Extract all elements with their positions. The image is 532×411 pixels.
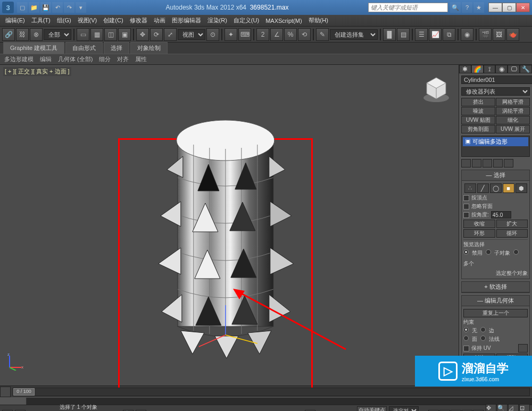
menu-help[interactable]: 帮助(H) <box>305 15 331 26</box>
link-icon[interactable]: 🔗 <box>2 28 15 41</box>
ribbon-tab-freeform[interactable]: 自由形式 <box>65 42 103 54</box>
infocenter-help-icon[interactable]: ? <box>462 2 472 13</box>
ribbon-tab-selection[interactable]: 选择 <box>104 42 129 54</box>
chk-by-angle[interactable] <box>463 212 469 218</box>
time-thumb[interactable]: 0 / 100 <box>13 388 35 396</box>
chk-by-vertex[interactable] <box>463 195 469 201</box>
key-target-dropdown[interactable]: 选定对象 <box>389 406 419 411</box>
menu-group[interactable]: 组(G) <box>54 15 74 26</box>
ribbon-properties[interactable]: 属性 <box>135 55 147 63</box>
move-icon[interactable]: ✥ <box>136 28 149 41</box>
stack-pin-icon[interactable] <box>461 159 471 167</box>
qat-save-icon[interactable]: 💾 <box>40 2 51 13</box>
stack-item-editable-poly[interactable]: ▣ 可编辑多边形 <box>463 137 528 146</box>
ribbon-subdiv[interactable]: 细分 <box>99 55 111 63</box>
subobj-border-icon[interactable]: ◯ <box>490 183 502 193</box>
object-name-input[interactable] <box>461 76 532 84</box>
grow-button[interactable]: 扩大 <box>496 220 528 228</box>
subobj-edge-icon[interactable]: ╱ <box>477 183 489 193</box>
maximize-button[interactable]: ▢ <box>502 3 516 12</box>
mod-unwrap-button[interactable]: UVW 展开 <box>496 125 530 133</box>
render-frame-icon[interactable]: 🖼 <box>493 28 505 41</box>
snap-angle-icon[interactable]: ∠ <box>270 28 283 41</box>
mod-meshsmooth-button[interactable]: 网格平滑 <box>496 98 530 106</box>
rollup-selection-header[interactable]: — 选择 <box>462 170 529 181</box>
bind-icon[interactable]: ⊗ <box>30 28 43 41</box>
nav-zoom-ext-icon[interactable]: ⊡ <box>519 404 530 411</box>
ribbon-poly-modeling[interactable]: 多边形建模 <box>4 55 34 63</box>
subobj-vertex-icon[interactable]: ∴ <box>464 183 476 193</box>
named-selset-edit-icon[interactable]: ✎ <box>316 28 329 41</box>
ribbon-geometry[interactable]: 几何体 (全部) <box>58 55 93 63</box>
render-icon[interactable]: 🫖 <box>506 28 519 41</box>
qat-redo-icon[interactable]: ↷ <box>64 2 74 13</box>
mod-uvwmap-button[interactable]: UVW 贴图 <box>461 116 495 124</box>
rollup-editgeo-header[interactable]: — 编辑几何体 <box>462 296 529 306</box>
keyboard-shortcut-icon[interactable]: ⌨ <box>238 28 251 41</box>
select-name-icon[interactable]: ▦ <box>90 28 103 41</box>
tab-utilities-icon[interactable]: 🔧 <box>520 65 532 73</box>
time-slider[interactable]: 0 / 100 <box>0 385 532 397</box>
menu-animation[interactable]: 动画 <box>151 15 169 26</box>
radio-constraint-normal[interactable] <box>480 335 486 341</box>
radio-constraint-face[interactable] <box>463 335 469 341</box>
infocenter-search-icon[interactable]: 🔍 <box>450 2 461 13</box>
modifier-list-dropdown[interactable]: 修改器列表 <box>461 87 530 96</box>
snap-spinner-icon[interactable]: ⟲ <box>298 28 311 41</box>
shrink-button[interactable]: 收缩 <box>463 220 495 228</box>
loop-button[interactable]: 循环 <box>496 229 528 238</box>
ribbon-tab-paint[interactable]: 对象绘制 <box>130 42 168 54</box>
nav-fov-icon[interactable]: ◿ <box>508 404 519 411</box>
mirror-icon[interactable]: ▐▌ <box>383 28 396 41</box>
mod-sweep-button[interactable]: 剪角剖面 <box>461 125 495 133</box>
menu-tools[interactable]: 工具(T) <box>28 15 54 26</box>
subobj-polygon-icon[interactable]: ■ <box>503 183 514 193</box>
time-config-icon[interactable] <box>0 387 11 397</box>
radio-preview-subobj[interactable] <box>486 249 491 255</box>
viewcube[interactable] <box>421 74 451 104</box>
infocenter-star-icon[interactable]: ★ <box>473 2 484 13</box>
stack-config-icon[interactable] <box>504 159 513 167</box>
curve-editor-icon[interactable]: 📈 <box>429 28 442 41</box>
qat-undo-icon[interactable]: ↶ <box>52 2 63 13</box>
autokey-button[interactable]: 自动关键点 <box>357 406 387 411</box>
mod-tessellate-button[interactable]: 细化 <box>496 116 530 124</box>
radio-constraint-edge[interactable] <box>480 327 486 332</box>
unlink-icon[interactable]: ⛓ <box>16 28 29 41</box>
radio-preview-multi[interactable] <box>513 249 519 255</box>
tab-display-icon[interactable]: 🖵 <box>508 65 520 73</box>
ribbon-align[interactable]: 对齐 <box>117 55 129 63</box>
qat-dropdown-icon[interactable]: ▾ <box>76 2 86 13</box>
nav-zoom-icon[interactable]: 🔍 <box>497 404 508 411</box>
qat-open-icon[interactable]: 📁 <box>29 2 39 13</box>
minimize-button[interactable]: — <box>488 3 502 12</box>
chk-preserve-uv[interactable] <box>463 346 469 351</box>
align-icon[interactable]: ▤ <box>397 28 410 41</box>
viewport[interactable]: [ + ][ 正交 ][ 真实 + 边面 ] <box>0 65 459 385</box>
angle-spinner[interactable] <box>491 211 511 219</box>
close-button[interactable]: ✕ <box>516 3 530 12</box>
preserve-uv-settings-icon[interactable] <box>518 344 528 353</box>
tab-create-icon[interactable]: ✱ <box>459 65 471 73</box>
snap-percent-icon[interactable]: % <box>284 28 297 41</box>
tab-motion-icon[interactable]: ◉ <box>495 65 508 73</box>
menu-customize[interactable]: 自定义(U) <box>230 15 262 26</box>
tab-hierarchy-icon[interactable]: ⟟ <box>484 65 496 73</box>
modifier-stack[interactable]: ▣ 可编辑多边形 <box>461 136 530 157</box>
snap-2d-icon[interactable]: 2 <box>256 28 269 41</box>
select-icon[interactable]: ▭ <box>77 28 89 41</box>
manipulate-icon[interactable]: ✦ <box>225 28 237 41</box>
material-editor-icon[interactable]: ◉ <box>461 28 473 41</box>
named-selset-dropdown[interactable]: 创建选择集 <box>330 29 378 40</box>
selection-filter-dropdown[interactable]: 全部 <box>44 29 71 40</box>
ribbon-tab-graphite[interactable]: Graphite 建模工具 <box>3 42 64 54</box>
menu-rendering[interactable]: 渲染(R) <box>204 15 230 26</box>
rotate-icon[interactable]: ⟳ <box>150 28 163 41</box>
select-region-icon[interactable]: ◫ <box>104 28 117 41</box>
menu-edit[interactable]: 编辑(E) <box>2 15 28 26</box>
ring-button[interactable]: 环形 <box>463 229 495 238</box>
repeat-last-button[interactable]: 重复上一个 <box>463 309 528 317</box>
chk-ignore-backfacing[interactable] <box>463 204 469 209</box>
help-search-input[interactable] <box>368 3 448 12</box>
subobj-element-icon[interactable]: ⬢ <box>516 183 527 193</box>
